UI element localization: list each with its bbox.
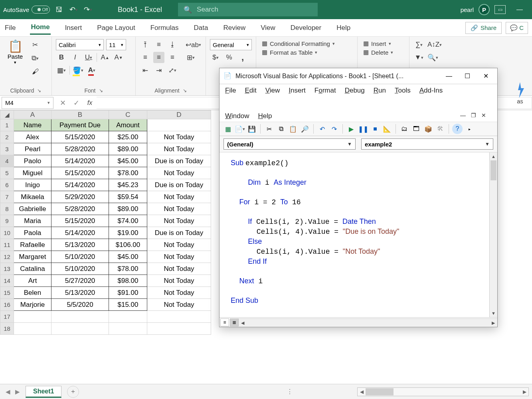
cell[interactable]: Belen [14,287,51,299]
col-header-C[interactable]: C [109,111,147,119]
align-center-icon[interactable]: ≡ [153,52,164,63]
vba-redo-icon[interactable]: ↷ [329,124,339,134]
increase-indent-icon[interactable]: ⇥ [153,65,164,76]
col-header-B[interactable]: B [51,111,109,119]
tab-insert[interactable]: Insert [64,22,83,34]
new-sheet-button[interactable]: ＋ [67,386,79,398]
cell[interactable]: $89.00 [109,143,147,155]
tab-developer[interactable]: Developer [290,22,322,34]
cell[interactable]: 5/15/2020 [51,215,109,227]
vba-toolbar-options-icon[interactable]: ▸ [464,124,475,134]
percent-format-icon[interactable]: % [223,52,235,63]
sheet-nav-next-icon[interactable]: ▶ [13,388,22,395]
accounting-format-icon[interactable]: $ [210,52,221,63]
cell[interactable]: $19.00 [109,227,147,239]
cell[interactable]: $89.00 [109,203,147,215]
row-header[interactable]: 6 [0,179,14,191]
decrease-indent-icon[interactable]: ⇤ [140,65,151,76]
col-header-D[interactable]: D [147,111,211,119]
orientation-icon[interactable]: ⤢ [167,65,178,76]
vba-menu-window[interactable]: Window [225,112,249,120]
cell[interactable]: 5/14/2020 [51,227,109,239]
vba-module-view-icon[interactable]: ≣ [230,318,239,326]
vba-scroll-left-icon[interactable]: ◀ [239,319,247,326]
save-icon[interactable]: 🖫 [53,4,65,16]
cell[interactable]: Rafaelle [14,239,51,251]
row-header[interactable]: 10 [0,227,14,239]
cell[interactable]: Not Today [147,191,211,203]
cell[interactable]: Mikaela [14,191,51,203]
conditional-formatting-button[interactable]: ▦Conditional Formatting [260,39,353,48]
align-top-icon[interactable]: ⭱ [140,39,151,50]
cell[interactable]: Alex [14,131,51,143]
cell[interactable]: Gabrielle [14,203,51,215]
vba-minimize-icon[interactable]: — [440,69,458,83]
row-header[interactable]: 16 [0,299,14,311]
font-color-icon[interactable]: A [86,65,97,76]
vba-paste-icon[interactable]: 📋 [288,124,298,134]
cell[interactable]: Not Today [147,251,211,263]
cell[interactable] [109,311,147,323]
vba-mdi-restore-icon[interactable]: ❐ [469,112,477,120]
cell[interactable] [14,311,51,323]
vba-menu-tools[interactable]: Tools [395,87,411,95]
copy-icon[interactable]: ⧉ [30,53,41,64]
vba-code-pane[interactable]: Sub example2() Dim i As Integer For i = … [220,152,497,317]
vba-break-icon[interactable]: ❚❚ [358,124,368,134]
cell[interactable]: 5/27/2020 [51,275,109,287]
cell[interactable] [14,323,51,335]
italic-button[interactable]: I [69,52,81,63]
sort-filter-icon[interactable]: A↕Z [427,39,442,50]
tab-home[interactable]: Home [30,21,50,35]
fill-icon[interactable]: ▼ [413,52,425,63]
cell[interactable] [51,323,109,335]
row-header[interactable]: 12 [0,251,14,263]
autosum-icon[interactable]: ∑ [413,39,425,50]
cell[interactable]: 5/13/2020 [51,239,109,251]
increase-font-icon[interactable]: A▲ [99,52,111,63]
vba-horizontal-scrollbar[interactable]: ◀ ▶ [239,318,497,326]
bold-button[interactable]: B [56,52,67,63]
align-bottom-icon[interactable]: ⭳ [167,39,178,50]
comments-button[interactable]: 💬 C [506,22,528,34]
cell[interactable]: Maria [14,215,51,227]
cell[interactable]: Catalina [14,263,51,275]
vba-menu-format[interactable]: Format [314,87,336,95]
insert-function-icon[interactable]: fx [83,97,97,109]
tab-data[interactable]: Data [193,22,209,34]
vba-copy-icon[interactable]: ⧉ [276,124,286,134]
cell[interactable]: 5/13/2020 [51,287,109,299]
search-box[interactable]: 🔍 Search [178,3,318,16]
row-header[interactable]: 18 [0,323,14,335]
row-header[interactable]: 13 [0,263,14,275]
vba-help-icon[interactable]: ? [452,124,463,134]
row-header[interactable]: 14 [0,275,14,287]
row-header[interactable]: 3 [0,143,14,155]
cell[interactable]: Paola [14,227,51,239]
cell[interactable] [147,323,211,335]
vba-undo-icon[interactable]: ↶ [317,124,327,134]
align-middle-icon[interactable]: ≡ [153,39,164,50]
cell[interactable]: 5/15/2020 [51,167,109,179]
format-as-table-button[interactable]: ▦Format as Table [260,48,353,57]
number-format-combo[interactable]: General▾ [210,39,252,50]
alignment-launcher-icon[interactable]: ↘ [183,88,187,93]
cell[interactable]: $74.00 [109,215,147,227]
vba-maximize-icon[interactable]: ☐ [458,69,477,83]
cell[interactable]: $45.00 [109,251,147,263]
cell[interactable]: 5/10/2020 [51,263,109,275]
row-header[interactable]: 1 [0,119,14,131]
cell[interactable] [147,119,211,131]
delete-cells-button[interactable]: ▦Delete [362,48,405,57]
cell[interactable]: $45.23 [109,179,147,191]
vba-procedure-dropdown[interactable]: example2▼ [361,138,493,150]
cell[interactable]: Inigo [14,179,51,191]
avatar[interactable]: P [479,4,490,15]
vba-find-icon[interactable]: 🔎 [300,124,310,134]
cell[interactable]: $25.00 [109,131,147,143]
cell[interactable]: $78.00 [109,167,147,179]
vba-menu-view[interactable]: View [265,87,280,95]
cell[interactable]: Not Today [147,287,211,299]
row-header[interactable]: 5 [0,167,14,179]
cell[interactable]: 5/10/2020 [51,251,109,263]
